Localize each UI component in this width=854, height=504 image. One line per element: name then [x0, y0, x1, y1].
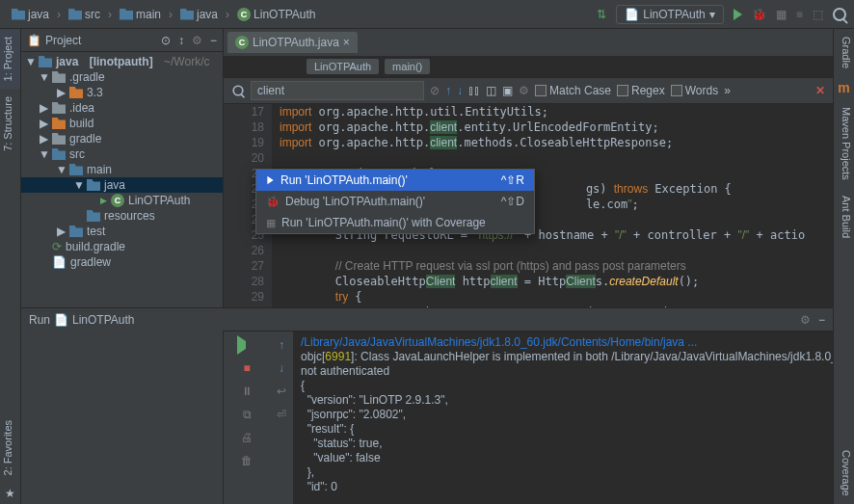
words-option[interactable]: Words: [671, 84, 718, 97]
layout-button[interactable]: ⧉: [237, 405, 256, 424]
play-icon: ▶: [100, 196, 107, 205]
checkbox-icon: [671, 85, 682, 96]
gear-icon[interactable]: ⚙: [800, 313, 811, 327]
hide-icon[interactable]: −: [818, 313, 825, 327]
menu-shortcut: ^⇧D: [501, 195, 524, 208]
context-menu: Run 'LinOTPAuth.main()' ^⇧R 🐞 Debug 'Lin…: [255, 169, 535, 234]
play-icon: [267, 176, 273, 184]
crumb-main[interactable]: main: [116, 6, 165, 23]
tab-gradle[interactable]: Gradle: [834, 29, 854, 76]
tab-favorites[interactable]: 2: Favorites: [0, 412, 20, 483]
checkbox-icon: [535, 85, 547, 96]
collapse-icon[interactable]: ↕: [178, 34, 184, 47]
more-icon[interactable]: ▣: [502, 84, 513, 97]
chevron-icon: [224, 8, 231, 21]
menu-item-coverage[interactable]: ▦ Run 'LinOTPAuth.main()' with Coverage: [256, 212, 534, 233]
autoscroll-icon[interactable]: ⊙: [161, 34, 171, 47]
print-button[interactable]: 🖨: [237, 428, 256, 447]
crumb-java[interactable]: java: [8, 6, 53, 23]
line-number: 27: [231, 258, 264, 274]
tab-structure[interactable]: 7: Structure: [0, 89, 20, 159]
vcs-button[interactable]: ⬚: [813, 8, 823, 21]
crumb-class[interactable]: LinOTPAuth: [307, 59, 379, 74]
scroll-down-icon[interactable]: ↓: [272, 358, 291, 378]
run-button[interactable]: [734, 9, 742, 20]
tree-build-gradle[interactable]: ⟳build.gradle: [21, 239, 223, 254]
folder-icon: [180, 9, 194, 20]
maven-icon[interactable]: m: [834, 76, 854, 99]
tree-gradle-ver[interactable]: ▶3.3: [21, 85, 223, 100]
tree-test[interactable]: ▶test: [21, 224, 223, 239]
folder-icon: [69, 164, 83, 175]
close-icon[interactable]: ✕: [815, 84, 825, 97]
close-icon[interactable]: ×: [343, 36, 350, 49]
tab-maven[interactable]: Maven Projects: [834, 99, 854, 188]
regex-option[interactable]: Regex: [617, 84, 665, 97]
menu-item-run[interactable]: Run 'LinOTPAuth.main()' ^⇧R: [256, 170, 534, 191]
tree-gradle[interactable]: ▼.gradle: [21, 69, 223, 85]
stop-button[interactable]: ■: [237, 358, 256, 378]
folder-icon: [87, 179, 100, 191]
panel-title: Project: [45, 34, 81, 47]
gear-icon[interactable]: ⚙: [192, 34, 202, 47]
softwrap-icon[interactable]: ⏎: [272, 405, 291, 424]
menu-item-debug[interactable]: 🐞 Debug 'LinOTPAuth.main()' ^⇧D: [256, 191, 534, 212]
down-arrow-icon[interactable]: ↓: [457, 84, 463, 97]
filter-icon[interactable]: ⫿⫿: [468, 84, 480, 97]
crumb-src[interactable]: src: [65, 6, 104, 23]
prev-match-icon[interactable]: ⊘: [430, 84, 440, 97]
folder-icon: [69, 225, 83, 237]
hide-icon[interactable]: −: [210, 34, 217, 47]
crumb-class[interactable]: CLinOTPAuth: [233, 6, 319, 23]
tab-label: LinOTPAuth.java: [253, 36, 339, 49]
class-icon: C: [237, 8, 251, 21]
multi-icon[interactable]: ◫: [486, 84, 496, 97]
rerun-button[interactable]: [237, 335, 256, 355]
tree-src[interactable]: ▼src: [21, 146, 223, 162]
gear-icon[interactable]: ⚙: [519, 84, 529, 97]
tree-gradlew[interactable]: 📄gradlew: [21, 254, 223, 270]
editor-tab[interactable]: C LinOTPAuth.java ×: [227, 32, 358, 53]
console-toolbar: ■ ⏸ ⧉ 🖨 🗑: [224, 332, 270, 504]
sync-icon: ⟳: [52, 240, 62, 253]
tree-file[interactable]: ▶CLinOTPAuth: [21, 193, 223, 208]
folder-icon: [120, 9, 133, 20]
tab-ant[interactable]: Ant Build: [834, 188, 854, 246]
find-input[interactable]: [251, 81, 424, 100]
tree-javadir[interactable]: ▼java: [21, 177, 223, 193]
sync-icon[interactable]: ⇅: [597, 8, 606, 21]
folder-icon: [12, 9, 25, 20]
folder-icon: [52, 133, 66, 145]
tree-idea[interactable]: ▶.idea: [21, 100, 223, 116]
pause-button[interactable]: ⏸: [237, 382, 256, 401]
delete-button[interactable]: 🗑: [237, 451, 256, 470]
match-case-option[interactable]: Match Case: [535, 84, 611, 97]
up-arrow-icon[interactable]: ↑: [445, 84, 451, 97]
scroll-up-icon[interactable]: ↑: [272, 335, 291, 355]
star-icon[interactable]: ★: [0, 483, 20, 504]
tab-coverage[interactable]: Coverage: [834, 442, 854, 504]
find-bar: ⊘ ↑ ↓ ⫿⫿ ◫ ▣ ⚙ Match Case Regex Words » …: [224, 77, 833, 104]
more-chevron[interactable]: »: [724, 84, 731, 97]
run-config-dropdown[interactable]: 📄 LinOTPAuth ▾: [616, 5, 723, 24]
editor-breadcrumb: LinOTPAuth main(): [224, 56, 833, 77]
tree-resources[interactable]: resources: [21, 208, 223, 224]
tree-gradle2[interactable]: ▶gradle: [21, 131, 223, 146]
console-output[interactable]: /Library/Java/JavaVirtualMachines/jdk1.8…: [293, 332, 833, 504]
find-icon: [232, 85, 243, 95]
project-view-icon[interactable]: 📋: [27, 34, 41, 47]
class-icon: C: [235, 36, 249, 49]
tree-root[interactable]: ▼java [linotpauth] ~/Work/c: [21, 54, 223, 69]
stop-button[interactable]: ■: [796, 8, 803, 21]
line-number: 28: [231, 274, 264, 289]
crumb-javadir[interactable]: java: [176, 6, 222, 23]
coverage-button[interactable]: ▦: [776, 8, 787, 21]
tree-build[interactable]: ▶build: [21, 116, 223, 131]
debug-button[interactable]: 🐞: [752, 8, 766, 21]
search-icon[interactable]: [833, 8, 846, 21]
tab-project[interactable]: 1: Project: [0, 29, 20, 89]
tree-main[interactable]: ▼main: [21, 162, 223, 177]
menu-label: Run 'LinOTPAuth.main()' with Coverage: [281, 216, 486, 229]
crumb-method[interactable]: main(): [385, 59, 430, 74]
wrap-icon[interactable]: ↩: [272, 382, 291, 401]
